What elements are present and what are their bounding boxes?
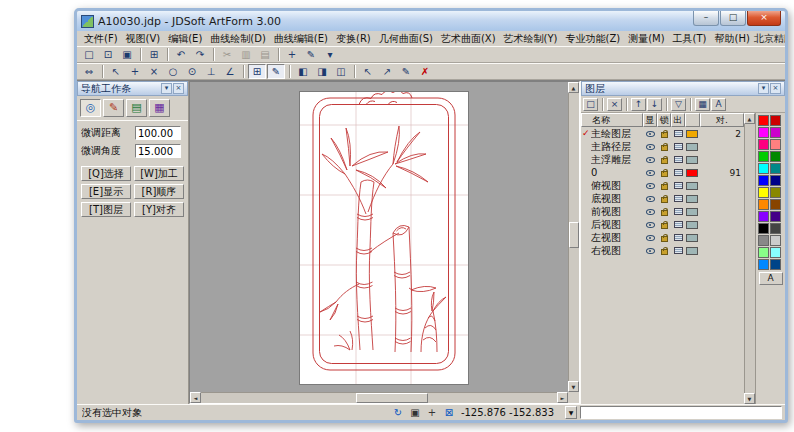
menu-edit[interactable]: 编辑(E) (164, 32, 206, 46)
vertical-scroll-thumb[interactable] (569, 222, 579, 248)
palette-color[interactable] (758, 211, 769, 222)
undo-button[interactable]: ↶ (172, 47, 190, 62)
palette-color[interactable] (758, 235, 769, 246)
palette-color[interactable] (758, 115, 769, 126)
pointer-icon[interactable]: ▣ (408, 407, 422, 418)
document-page[interactable] (300, 92, 468, 384)
layer-visible-toggle[interactable] (643, 222, 657, 228)
view-half-button[interactable]: ◨ (313, 64, 331, 79)
close-button[interactable]: × (747, 11, 781, 26)
menu-curve-draw[interactable]: 曲线绘制(D) (206, 32, 270, 46)
palette-color[interactable] (758, 151, 769, 162)
layer-output-toggle[interactable] (671, 221, 685, 228)
pick-surface-button[interactable]: ↗ (378, 64, 396, 79)
layer-output-toggle[interactable] (671, 169, 685, 176)
move-layer-down-button[interactable]: ↓ (647, 98, 662, 111)
menu-geometry-surface[interactable]: 几何曲面(S) (375, 32, 437, 46)
menu-pro-functions[interactable]: 专业功能(Z) (561, 32, 624, 46)
palette-color[interactable] (758, 199, 769, 210)
menu-curve-edit[interactable]: 曲线编辑(E) (270, 32, 332, 46)
toolbar-more-button[interactable]: ▾ (321, 47, 339, 62)
layer-visible-toggle[interactable] (643, 209, 657, 215)
status-dropdown-button[interactable]: ▼ (565, 406, 577, 419)
layer-color-chip[interactable] (686, 130, 698, 138)
circle-tool-button[interactable]: ○ (164, 64, 182, 79)
sketch-toggle[interactable]: ✎ (267, 64, 285, 79)
layer-row[interactable]: 后视图 (581, 218, 744, 231)
delete-layer-button[interactable]: × (607, 98, 622, 111)
output-icon[interactable]: ▦ (149, 99, 170, 117)
layer-row[interactable]: 主路径层 (581, 140, 744, 153)
column-name[interactable]: 名称 (581, 113, 643, 127)
column-visible[interactable]: 显 (643, 113, 657, 127)
scroll-down-arrow[interactable]: ▼ (744, 393, 755, 404)
layer-visible-toggle[interactable] (643, 248, 657, 254)
palette-color[interactable] (770, 235, 781, 246)
layer-visible-toggle[interactable] (643, 183, 657, 189)
thumbnail-view-button[interactable]: ▦ (695, 98, 710, 111)
layer-color-chip[interactable] (686, 195, 698, 203)
open-button[interactable]: ⊡ (99, 47, 117, 62)
layer-lock-toggle[interactable] (657, 156, 671, 164)
palette-color[interactable] (758, 259, 769, 270)
layer-color-chip[interactable] (686, 221, 698, 229)
layers-scrollbar[interactable]: ▲ ▼ (744, 113, 755, 404)
view-shaded-button[interactable]: ◧ (294, 64, 312, 79)
layer-color-button[interactable]: A (711, 98, 726, 111)
palette-color[interactable] (758, 163, 769, 174)
nav-select-button[interactable]: [Q]选择 (81, 166, 131, 181)
layer-color-chip[interactable] (686, 208, 698, 216)
layer-row[interactable]: 主浮雕层 (581, 153, 744, 166)
layer-color-chip[interactable] (686, 247, 698, 255)
menu-view[interactable]: 视图(V) (122, 32, 165, 46)
layer-row[interactable]: 俯视图 (581, 179, 744, 192)
nudge-angle-input[interactable] (135, 144, 181, 158)
menu-tools[interactable]: 工具(T) (669, 32, 711, 46)
layer-output-toggle[interactable] (671, 208, 685, 215)
scroll-up-arrow[interactable]: ▲ (744, 113, 755, 124)
layer-output-toggle[interactable] (671, 130, 685, 137)
layer-lock-toggle[interactable] (657, 234, 671, 242)
menu-art-surface[interactable]: 艺术曲面(X) (437, 32, 500, 46)
new-button[interactable]: □ (80, 47, 98, 62)
layer-lock-toggle[interactable] (657, 182, 671, 190)
compass-icon[interactable]: ◎ (80, 99, 101, 117)
maximize-button[interactable]: □ (720, 11, 746, 26)
view-wire-button[interactable]: ◫ (332, 64, 350, 79)
palette-color[interactable] (758, 127, 769, 138)
layer-visible-toggle[interactable] (643, 157, 657, 163)
drawing-canvas[interactable]: ▲ ▼ ◄ ► (189, 81, 580, 404)
palette-color[interactable] (770, 127, 781, 138)
layer-output-toggle[interactable] (671, 143, 685, 150)
annotate-button[interactable]: ✎ (397, 64, 415, 79)
palette-color[interactable] (770, 151, 781, 162)
layer-color-chip[interactable] (686, 169, 698, 177)
layer-row[interactable]: ✓ 主绘图层 2 (581, 127, 744, 140)
nav-display-button[interactable]: [E]显示 (81, 184, 131, 199)
move-layer-up-button[interactable]: ↑ (631, 98, 646, 111)
palette-more-button[interactable]: A (759, 272, 783, 285)
layer-lock-toggle[interactable] (657, 247, 671, 255)
palette-color[interactable] (758, 187, 769, 198)
node-edit-button[interactable]: + (126, 64, 144, 79)
panel-menu-button[interactable]: ▾ (758, 83, 769, 94)
art-pen-button[interactable]: ✎ (302, 47, 320, 62)
nav-layer-button[interactable]: [T]图层 (81, 202, 131, 217)
nudge-distance-input[interactable] (135, 126, 181, 140)
palette-color[interactable] (770, 187, 781, 198)
layer-output-toggle[interactable] (671, 234, 685, 241)
menu-help[interactable]: 帮助(H) (711, 32, 754, 46)
center-circle-button[interactable]: ⊙ (183, 64, 201, 79)
layer-lock-toggle[interactable] (657, 195, 671, 203)
palette-color[interactable] (770, 247, 781, 258)
layer-output-toggle[interactable] (671, 247, 685, 254)
layer-color-chip[interactable] (686, 234, 698, 242)
nav-machining-button[interactable]: [W]加工 (134, 166, 184, 181)
layer-color-chip[interactable] (686, 156, 698, 164)
layer-row[interactable]: 底视图 (581, 192, 744, 205)
layer-visible-toggle[interactable] (643, 170, 657, 176)
palette-color[interactable] (758, 247, 769, 258)
refresh-icon[interactable]: ↻ (391, 407, 405, 418)
horizontal-scroll-thumb[interactable] (356, 393, 428, 403)
palette-color[interactable] (758, 139, 769, 150)
